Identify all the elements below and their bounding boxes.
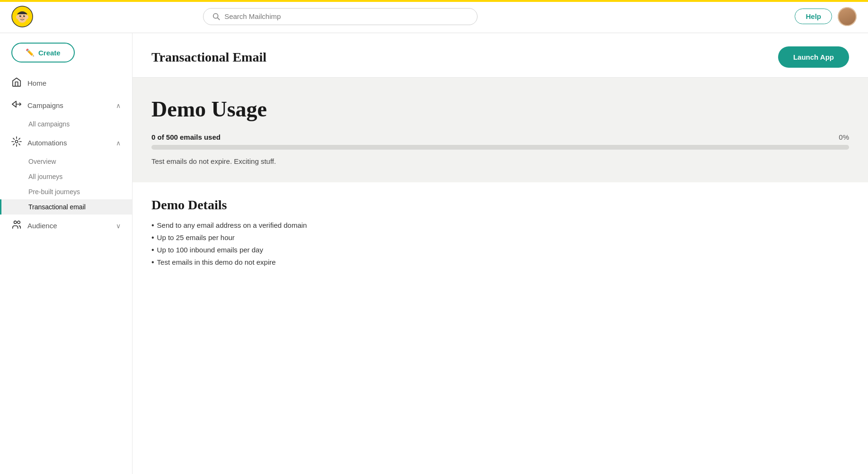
- bullet-1: •: [151, 221, 154, 230]
- svg-point-9: [213, 13, 218, 18]
- topbar: Help: [0, 0, 868, 33]
- audience-icon: [11, 219, 22, 232]
- launch-app-button[interactable]: Launch App: [778, 46, 849, 68]
- detail-text-4: Test emails in this demo do not expire: [157, 258, 276, 266]
- sidebar-sub-item-transactional-email[interactable]: Transactional email: [0, 199, 132, 215]
- sidebar-item-audience-label: Audience: [27, 222, 110, 230]
- layout: ✏️ Create Home Campaigns: [0, 33, 868, 474]
- svg-point-13: [15, 140, 18, 143]
- avatar[interactable]: [838, 7, 857, 26]
- svg-point-3: [23, 15, 25, 17]
- svg-point-4: [20, 15, 21, 16]
- svg-point-2: [19, 15, 21, 17]
- home-icon: [11, 77, 22, 89]
- search-bar[interactable]: [203, 8, 478, 25]
- sidebar-sub-item-all-journeys[interactable]: All journeys: [0, 169, 132, 184]
- svg-point-14: [14, 221, 17, 224]
- page-title: Transactional Email: [151, 50, 266, 65]
- usage-title: Demo Usage: [151, 97, 849, 122]
- usage-percent: 0%: [839, 133, 849, 141]
- yellow-strip: [0, 0, 868, 2]
- sidebar-item-automations[interactable]: Automations ∧: [0, 132, 132, 154]
- topbar-right: Help: [795, 7, 857, 26]
- bullet-4: •: [151, 258, 154, 267]
- svg-point-5: [24, 15, 25, 16]
- detail-text-3: Up to 100 inbound emails per day: [157, 246, 263, 254]
- mailchimp-logo[interactable]: [11, 6, 33, 27]
- sidebar-item-automations-label: Automations: [27, 139, 110, 147]
- create-label: Create: [38, 49, 61, 57]
- usage-note: Test emails do not expire. Exciting stuf…: [151, 157, 849, 165]
- campaigns-chevron: ∧: [116, 102, 121, 109]
- sidebar-item-campaigns[interactable]: Campaigns ∧: [0, 94, 132, 116]
- search-input[interactable]: [224, 12, 469, 20]
- sidebar-item-campaigns-label: Campaigns: [27, 101, 110, 109]
- pencil-icon: ✏️: [26, 48, 35, 57]
- search-icon: [212, 12, 221, 21]
- avatar-image: [838, 7, 857, 26]
- progress-bar-container: [151, 145, 849, 150]
- detail-item-3: • Up to 100 inbound emails per day: [151, 246, 849, 254]
- usage-section: Demo Usage 0 of 500 emails used 0% Test …: [133, 78, 868, 182]
- audience-chevron: ∨: [116, 222, 121, 230]
- svg-point-6: [21, 17, 24, 18]
- main-header: Transactional Email Launch App: [133, 33, 868, 78]
- sidebar-item-audience[interactable]: Audience ∨: [0, 215, 132, 237]
- campaigns-icon: [11, 99, 22, 112]
- detail-item-4: • Test emails in this demo do not expire: [151, 258, 849, 267]
- detail-text-1: Send to any email address on a verified …: [157, 221, 307, 229]
- main-content: Transactional Email Launch App Demo Usag…: [133, 33, 868, 474]
- svg-point-7: [16, 15, 19, 19]
- usage-stats-row: 0 of 500 emails used 0%: [151, 133, 849, 141]
- svg-marker-11: [12, 101, 16, 107]
- sidebar-item-home-label: Home: [27, 79, 121, 87]
- help-button[interactable]: Help: [795, 9, 832, 24]
- svg-point-15: [18, 221, 20, 224]
- automations-icon: [11, 136, 22, 149]
- usage-label: 0 of 500 emails used: [151, 133, 221, 141]
- details-title: Demo Details: [151, 197, 849, 213]
- detail-item-1: • Send to any email address on a verifie…: [151, 221, 849, 230]
- automations-chevron: ∧: [116, 139, 121, 147]
- bullet-2: •: [151, 233, 154, 242]
- sidebar-sub-item-overview[interactable]: Overview: [0, 154, 132, 169]
- detail-item-2: • Up to 25 emails per hour: [151, 233, 849, 242]
- sidebar: ✏️ Create Home Campaigns: [0, 33, 133, 474]
- sidebar-sub-item-pre-built-journeys[interactable]: Pre-built journeys: [0, 184, 132, 199]
- bullet-3: •: [151, 246, 154, 254]
- sidebar-sub-item-all-campaigns[interactable]: All campaigns: [0, 116, 132, 132]
- sidebar-item-home[interactable]: Home: [0, 72, 132, 94]
- create-button[interactable]: ✏️ Create: [11, 43, 75, 63]
- svg-point-8: [26, 15, 28, 19]
- svg-line-10: [218, 18, 220, 20]
- details-section: Demo Details • Send to any email address…: [133, 182, 868, 286]
- detail-text-2: Up to 25 emails per hour: [157, 233, 235, 241]
